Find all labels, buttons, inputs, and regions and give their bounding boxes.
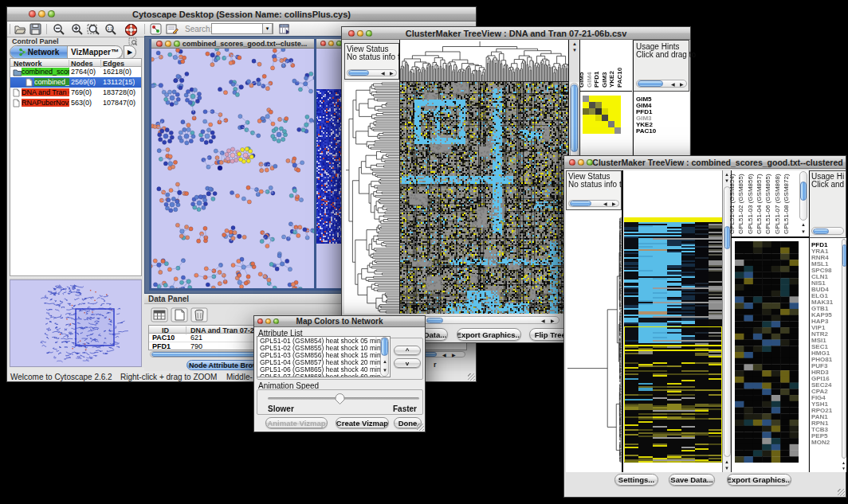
network-table-row[interactable]: RNAPuberNov2+N563(0)107847(0): [10, 98, 141, 108]
dialog-titlebar[interactable]: Map Colors to Network: [254, 316, 425, 327]
scrollbar-thumb[interactable]: [426, 318, 443, 323]
summary-matrix-canvas[interactable]: [735, 241, 799, 463]
help-lifebuoy-icon[interactable]: [124, 23, 138, 37]
scroll-right-arrow[interactable]: ▶: [452, 353, 456, 357]
network-view-1-canvas[interactable]: [151, 49, 314, 288]
scrollbar-thumb[interactable]: [800, 182, 807, 201]
treeview1-titlebar[interactable]: ClusterMaker TreeView : DNA and Tran 07-…: [342, 27, 690, 40]
scrollbar-thumb[interactable]: [813, 229, 829, 234]
scrollbar-thumb[interactable]: [381, 338, 388, 356]
status-welcome: Welcome to Cytoscape 2.6.2: [10, 373, 112, 381]
zoom-out-icon[interactable]: [53, 23, 65, 36]
annotation-icon[interactable]: [166, 23, 179, 35]
scroll-left-arrow[interactable]: ◀: [381, 71, 385, 76]
scrollbar-thumb[interactable]: [348, 70, 369, 76]
save-data-button[interactable]: Save Data...: [669, 474, 715, 486]
close-button[interactable]: [320, 41, 326, 46]
usage-hints-scrollbar[interactable]: ◀ ▶: [636, 80, 687, 88]
attribute-item[interactable]: GPL51-07 (GSM868) heat shock 60 min: [260, 373, 381, 377]
zoom-selected-icon[interactable]: [87, 23, 100, 36]
attribute-select-icon[interactable]: [151, 307, 168, 322]
import-table-icon[interactable]: [278, 23, 291, 35]
scrollbar-thumb[interactable]: [570, 201, 591, 206]
tab-vizmapper[interactable]: VizMapper™: [67, 46, 122, 58]
scrollbar-thumb[interactable]: [638, 80, 663, 87]
row-dendrogram-canvas[interactable]: [566, 210, 622, 472]
attribute-list-vscrollbar[interactable]: ▲ ▼: [380, 337, 390, 377]
export-graphics-button[interactable]: Export Graphics...: [457, 328, 521, 341]
scroll-up-arrow[interactable]: ▲: [572, 41, 577, 46]
scroll-down-arrow[interactable]: ▼: [572, 48, 577, 53]
save-session-icon[interactable]: [29, 23, 41, 35]
zoom-actual-icon[interactable]: 1:1: [104, 23, 117, 36]
scroll-up-arrow[interactable]: ▲: [724, 459, 729, 464]
scroll-right-arrow[interactable]: ▶: [551, 318, 555, 323]
usage-hints-text: Click and: [811, 180, 844, 189]
scroll-right-arrow[interactable]: ▶: [612, 201, 616, 206]
close-button[interactable]: [569, 159, 575, 166]
tab-network[interactable]: Network: [10, 46, 67, 58]
speed-slider-thumb[interactable]: [334, 393, 346, 405]
network-overview-canvas[interactable]: [10, 280, 141, 366]
heatmap-canvas[interactable]: [399, 82, 569, 314]
scroll-right-arrow[interactable]: ▶: [390, 71, 394, 76]
create-attribute-icon[interactable]: [171, 307, 188, 322]
open-file-icon[interactable]: [14, 23, 26, 35]
minimize-button[interactable]: [328, 41, 334, 46]
control-panel: Control Panel Network VizMapper™ ▶ Netwo…: [9, 37, 144, 368]
scroll-left-arrow[interactable]: ◀: [603, 201, 607, 206]
scrollbar-thumb[interactable]: [842, 244, 846, 267]
minimize-button[interactable]: [578, 159, 584, 166]
scroll-up-arrow[interactable]: ▲: [383, 359, 387, 364]
labels-vscrollbar[interactable]: ▲ ▼: [799, 170, 809, 236]
resize-grip[interactable]: [838, 489, 845, 496]
network-table-header[interactable]: Network Nodes Edges: [10, 59, 141, 67]
move-down-button[interactable]: v: [394, 358, 421, 368]
network-view-1-titlebar[interactable]: combined_scores_good.txt--cluste...: [151, 39, 314, 49]
minimize-button[interactable]: [165, 41, 171, 47]
resize-grip[interactable]: [417, 424, 424, 431]
export-graphics-button[interactable]: Export Graphics...: [727, 474, 791, 486]
network-table-row[interactable]: combined_sco2569(6)13112(15): [10, 77, 141, 88]
treeview2-titlebar[interactable]: ClusterMaker TreeView : combined_scores_…: [564, 156, 846, 169]
usage-hints-scrollbar[interactable]: [811, 227, 844, 235]
correlation-matrix-canvas[interactable]: [583, 96, 621, 134]
scroll-up-arrow[interactable]: ▲: [801, 222, 806, 227]
scroll-down-arrow[interactable]: ▼: [842, 466, 846, 471]
button-label: Done: [398, 419, 418, 428]
main-titlebar[interactable]: Cytoscape Desktop (Session Name: collins…: [7, 7, 476, 21]
network-table-row[interactable]: DNA and Tran 07769(0)183728(0): [10, 88, 141, 98]
network-table-row[interactable]: combined_scores_2764(0)16218(0): [10, 67, 141, 77]
row-dendrogram-canvas[interactable]: [344, 82, 399, 314]
row-label: PAC10: [636, 128, 656, 135]
scroll-down-arrow[interactable]: ▼: [383, 368, 387, 373]
search-dropdown-arrow[interactable]: ▼: [262, 23, 273, 34]
tab-fragment-label[interactable]: r: [434, 361, 437, 369]
scroll-down-arrow[interactable]: ▼: [724, 466, 729, 471]
move-up-button[interactable]: ^: [394, 346, 421, 355]
column-label: GPL51-08 (GSM872): [783, 174, 790, 234]
create-vizmap-button[interactable]: Create Vizmap: [336, 417, 389, 428]
view-status-scrollbar[interactable]: ◀ ▶: [347, 69, 397, 76]
scroll-left-arrow[interactable]: ◀: [442, 353, 446, 357]
column-dendrogram-canvas[interactable]: [399, 40, 569, 82]
gene-label: MON2: [811, 440, 833, 446]
scroll-up-arrow[interactable]: ▲: [842, 460, 846, 465]
scroll-left-arrow[interactable]: ◀: [671, 82, 675, 87]
resize-grip[interactable]: [468, 373, 475, 381]
genes-vscrollbar[interactable]: ▲ ▼: [842, 238, 847, 472]
scrollbar-thumb[interactable]: [571, 84, 578, 152]
animate-vizmap-button[interactable]: Animate Vizmap: [265, 417, 328, 428]
tab-overflow-arrow[interactable]: ▶: [124, 45, 136, 59]
heatmap-canvas[interactable]: [624, 217, 722, 463]
view-status-scrollbar[interactable]: ◀ ▶: [568, 200, 619, 207]
network-editor-icon[interactable]: [150, 23, 162, 35]
scroll-down-arrow[interactable]: ▼: [801, 229, 806, 234]
column-label: GIM4: [586, 72, 593, 88]
scroll-left-arrow[interactable]: ◀: [541, 318, 545, 323]
scroll-right-arrow[interactable]: ▶: [680, 82, 684, 87]
delete-attribute-icon[interactable]: [190, 307, 208, 322]
settings-button[interactable]: Settings...: [614, 474, 658, 486]
zoom-in-icon[interactable]: [71, 23, 84, 36]
close-button[interactable]: [156, 41, 163, 47]
